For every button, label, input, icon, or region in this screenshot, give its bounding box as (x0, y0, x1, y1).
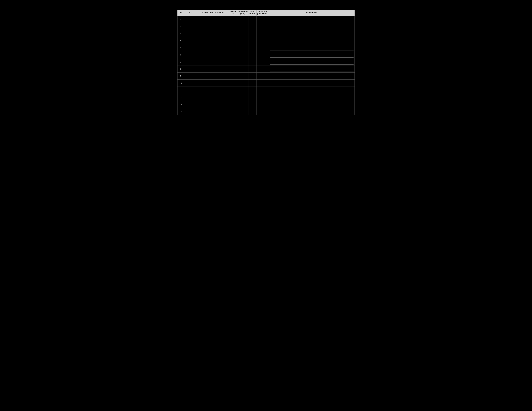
cell-cooldown-7[interactable] (248, 58, 256, 65)
cell-day-1[interactable]: 1 (178, 16, 184, 23)
cell-activity-6[interactable] (197, 51, 229, 58)
cell-activity-13[interactable] (197, 101, 229, 108)
cell-date-7[interactable] (184, 58, 197, 65)
cell-date-14[interactable] (184, 108, 197, 115)
cell-duration-11[interactable] (237, 87, 248, 94)
cell-duration-1[interactable] (237, 16, 248, 23)
cell-duration-6[interactable] (237, 51, 248, 58)
cell-warmup-10[interactable] (229, 80, 237, 87)
cell-date-1[interactable] (184, 16, 197, 23)
cell-duration-4[interactable] (237, 37, 248, 44)
cell-warmup-13[interactable] (229, 101, 237, 108)
cell-distance-6[interactable] (256, 51, 269, 58)
cell-comments-12[interactable] (269, 94, 355, 101)
cell-date-4[interactable] (184, 37, 197, 44)
cell-cooldown-5[interactable] (248, 44, 256, 51)
cell-warmup-1[interactable] (229, 16, 237, 23)
cell-date-8[interactable] (184, 65, 197, 73)
cell-cooldown-1[interactable] (248, 16, 256, 23)
cell-activity-1[interactable] (197, 16, 229, 23)
cell-day-5[interactable]: 5 (178, 44, 184, 51)
cell-comments-1[interactable] (269, 16, 355, 23)
cell-comments-8[interactable] (269, 65, 355, 73)
cell-distance-5[interactable] (256, 44, 269, 51)
cell-comments-11[interactable] (269, 87, 355, 94)
cell-day-3[interactable]: 3 (178, 30, 184, 37)
cell-day-12[interactable]: 12 (178, 94, 184, 101)
cell-distance-9[interactable] (256, 73, 269, 80)
cell-cooldown-6[interactable] (248, 51, 256, 58)
cell-distance-14[interactable] (256, 108, 269, 115)
cell-duration-5[interactable] (237, 44, 248, 51)
cell-duration-13[interactable] (237, 101, 248, 108)
cell-activity-2[interactable] (197, 23, 229, 30)
cell-warmup-12[interactable] (229, 94, 237, 101)
cell-distance-11[interactable] (256, 87, 269, 94)
cell-activity-11[interactable] (197, 87, 229, 94)
cell-distance-13[interactable] (256, 101, 269, 108)
cell-duration-2[interactable] (237, 23, 248, 30)
cell-day-10[interactable]: 10 (178, 80, 184, 87)
cell-activity-14[interactable] (197, 108, 229, 115)
cell-date-3[interactable] (184, 30, 197, 37)
cell-activity-9[interactable] (197, 73, 229, 80)
cell-comments-5[interactable] (269, 44, 355, 51)
cell-distance-12[interactable] (256, 94, 269, 101)
cell-warmup-9[interactable] (229, 73, 237, 80)
cell-cooldown-3[interactable] (248, 30, 256, 37)
cell-activity-12[interactable] (197, 94, 229, 101)
cell-distance-4[interactable] (256, 37, 269, 44)
cell-comments-4[interactable] (269, 37, 355, 44)
cell-date-5[interactable] (184, 44, 197, 51)
cell-day-4[interactable]: 4 (178, 37, 184, 44)
cell-warmup-6[interactable] (229, 51, 237, 58)
cell-distance-7[interactable] (256, 58, 269, 65)
cell-cooldown-11[interactable] (248, 87, 256, 94)
cell-cooldown-14[interactable] (248, 108, 256, 115)
cell-activity-5[interactable] (197, 44, 229, 51)
cell-warmup-4[interactable] (229, 37, 237, 44)
cell-day-14[interactable]: 14 (178, 108, 184, 115)
cell-date-11[interactable] (184, 87, 197, 94)
cell-warmup-3[interactable] (229, 30, 237, 37)
cell-warmup-14[interactable] (229, 108, 237, 115)
cell-distance-1[interactable] (256, 16, 269, 23)
cell-comments-14[interactable] (269, 108, 355, 115)
cell-activity-7[interactable] (197, 58, 229, 65)
cell-activity-4[interactable] (197, 37, 229, 44)
cell-activity-8[interactable] (197, 65, 229, 73)
cell-cooldown-12[interactable] (248, 94, 256, 101)
cell-distance-10[interactable] (256, 80, 269, 87)
cell-day-7[interactable]: 7 (178, 58, 184, 65)
cell-cooldown-10[interactable] (248, 80, 256, 87)
cell-comments-6[interactable] (269, 51, 355, 58)
cell-duration-3[interactable] (237, 30, 248, 37)
cell-duration-7[interactable] (237, 58, 248, 65)
cell-warmup-5[interactable] (229, 44, 237, 51)
cell-cooldown-8[interactable] (248, 65, 256, 73)
cell-activity-10[interactable] (197, 80, 229, 87)
cell-date-12[interactable] (184, 94, 197, 101)
cell-date-9[interactable] (184, 73, 197, 80)
cell-comments-10[interactable] (269, 80, 355, 87)
cell-distance-8[interactable] (256, 65, 269, 73)
cell-cooldown-13[interactable] (248, 101, 256, 108)
cell-comments-7[interactable] (269, 58, 355, 65)
cell-duration-8[interactable] (237, 65, 248, 73)
cell-date-13[interactable] (184, 101, 197, 108)
cell-warmup-7[interactable] (229, 58, 237, 65)
cell-day-6[interactable]: 6 (178, 51, 184, 58)
cell-cooldown-9[interactable] (248, 73, 256, 80)
cell-date-10[interactable] (184, 80, 197, 87)
cell-duration-9[interactable] (237, 73, 248, 80)
cell-activity-3[interactable] (197, 30, 229, 37)
cell-date-2[interactable] (184, 23, 197, 30)
cell-duration-14[interactable] (237, 108, 248, 115)
cell-comments-9[interactable] (269, 73, 355, 80)
cell-distance-2[interactable] (256, 23, 269, 30)
cell-day-11[interactable]: 11 (178, 87, 184, 94)
cell-warmup-8[interactable] (229, 65, 237, 73)
cell-day-8[interactable]: 8 (178, 65, 184, 73)
cell-comments-3[interactable] (269, 30, 355, 37)
cell-comments-13[interactable] (269, 101, 355, 108)
